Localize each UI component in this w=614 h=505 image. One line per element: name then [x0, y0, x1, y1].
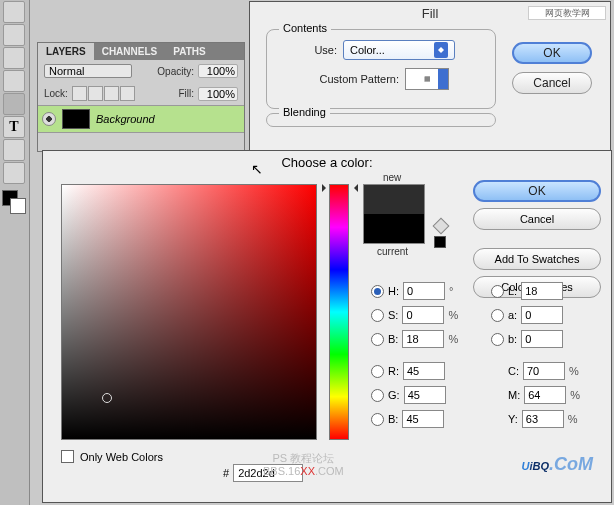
watermark-uibq: UiBQ.CoM — [521, 450, 593, 476]
percent-unit: % — [568, 413, 580, 425]
a-radio[interactable] — [491, 309, 504, 322]
degree-unit: ° — [449, 285, 461, 297]
c-label: C: — [508, 365, 519, 377]
r-input[interactable] — [403, 362, 445, 380]
sv-selector-ring — [102, 393, 112, 403]
add-swatches-button[interactable]: Add To Swatches — [473, 248, 601, 270]
blend-mode-select[interactable]: Normal — [44, 64, 132, 78]
lock-transparency-icon[interactable] — [72, 86, 87, 101]
new-color-swatch — [364, 185, 424, 214]
only-web-colors[interactable]: Only Web Colors — [61, 450, 163, 463]
tab-channels[interactable]: CHANNELS — [94, 43, 166, 60]
tool-item[interactable] — [3, 162, 25, 184]
g-radio[interactable] — [371, 389, 384, 402]
visibility-icon[interactable] — [42, 112, 56, 126]
l-label: L: — [508, 285, 517, 297]
current-label: current — [377, 246, 408, 257]
color-swatches[interactable] — [2, 190, 28, 220]
fill-field[interactable]: 100% — [198, 87, 238, 101]
b-radio[interactable] — [371, 333, 384, 346]
h-label: H: — [388, 285, 399, 297]
b3-label: b: — [508, 333, 517, 345]
pattern-label: Custom Pattern: — [281, 73, 399, 85]
current-color-swatch — [364, 214, 424, 243]
layer-thumbnail — [62, 109, 90, 129]
fill-label: Fill: — [178, 88, 194, 99]
m-label: M: — [508, 389, 520, 401]
b3-radio[interactable] — [491, 333, 504, 346]
saturation-value-field[interactable] — [61, 184, 317, 440]
tool-item[interactable] — [3, 70, 25, 92]
s-radio[interactable] — [371, 309, 384, 322]
layer-name: Background — [96, 113, 155, 125]
fill-cancel-button[interactable]: Cancel — [512, 72, 592, 94]
fill-ok-button[interactable]: OK — [512, 42, 592, 64]
b-label: B: — [388, 333, 398, 345]
gamut-warning-icon[interactable] — [433, 218, 450, 235]
m-input[interactable] — [524, 386, 566, 404]
l-input[interactable] — [521, 282, 563, 300]
lock-all-icon[interactable] — [120, 86, 135, 101]
hash-label: # — [223, 467, 229, 479]
c-input[interactable] — [523, 362, 565, 380]
tool-type[interactable]: T — [3, 116, 25, 138]
use-combo[interactable]: Color... — [343, 40, 455, 60]
hue-slider[interactable] — [329, 184, 349, 440]
lock-position-icon[interactable] — [104, 86, 119, 101]
tool-item[interactable] — [3, 1, 25, 23]
b2-input[interactable] — [402, 410, 444, 428]
contents-legend: Contents — [279, 22, 331, 34]
fill-dialog: Fill 网页教学网 Contents Use: Color... Custom… — [249, 1, 611, 151]
tool-item[interactable] — [3, 24, 25, 46]
picker-cancel-button[interactable]: Cancel — [473, 208, 601, 230]
y-input[interactable] — [522, 410, 564, 428]
tools-sidebar: T — [0, 0, 30, 505]
l-radio[interactable] — [491, 285, 504, 298]
a-label: a: — [508, 309, 517, 321]
bg-swatch[interactable] — [10, 198, 26, 214]
contents-fieldset: Contents Use: Color... Custom Pattern: ▦ — [266, 29, 496, 109]
b-input[interactable] — [402, 330, 444, 348]
r-label: R: — [388, 365, 399, 377]
blending-legend: Blending — [279, 106, 330, 118]
percent-unit: % — [448, 333, 460, 345]
g-input[interactable] — [404, 386, 446, 404]
tool-item[interactable] — [3, 47, 25, 69]
layers-panel: LAYERS CHANNELS PATHS Normal Opacity: 10… — [37, 42, 245, 152]
owc-label: Only Web Colors — [80, 451, 163, 463]
opacity-field[interactable]: 100% — [198, 64, 238, 78]
tool-item[interactable] — [3, 139, 25, 161]
h-radio[interactable] — [371, 285, 384, 298]
hue-arrows-icon — [326, 184, 354, 192]
pattern-picker[interactable]: ▦ — [405, 68, 449, 90]
panel-tabs: LAYERS CHANNELS PATHS — [38, 43, 244, 60]
use-value: Color... — [350, 44, 385, 56]
g-label: G: — [388, 389, 400, 401]
r-radio[interactable] — [371, 365, 384, 378]
s-label: S: — [388, 309, 398, 321]
b2-radio[interactable] — [371, 413, 384, 426]
blending-fieldset: Blending — [266, 113, 496, 127]
y-label: Y: — [508, 413, 518, 425]
percent-unit: % — [569, 365, 581, 377]
tab-paths[interactable]: PATHS — [165, 43, 213, 60]
b2-label: B: — [388, 413, 398, 425]
dropdown-arrows-icon — [434, 42, 448, 58]
lock-pixels-icon[interactable] — [88, 86, 103, 101]
watermark-forum: PS 教程论坛 BBS.16XX.COM — [263, 452, 344, 478]
owc-checkbox[interactable] — [61, 450, 74, 463]
picker-ok-button[interactable]: OK — [473, 180, 601, 202]
gamut-swatch[interactable] — [434, 236, 446, 248]
watermark: 网页教学网 — [528, 6, 606, 20]
percent-unit: % — [570, 389, 582, 401]
layer-row[interactable]: Background — [38, 105, 244, 133]
lock-icons — [72, 86, 135, 101]
s-input[interactable] — [402, 306, 444, 324]
tab-layers[interactable]: LAYERS — [38, 43, 94, 60]
color-preview — [363, 184, 425, 244]
h-input[interactable] — [403, 282, 445, 300]
a-input[interactable] — [521, 306, 563, 324]
b3-input[interactable] — [521, 330, 563, 348]
tool-item[interactable] — [3, 93, 25, 115]
picker-title: Choose a color: — [43, 151, 611, 174]
